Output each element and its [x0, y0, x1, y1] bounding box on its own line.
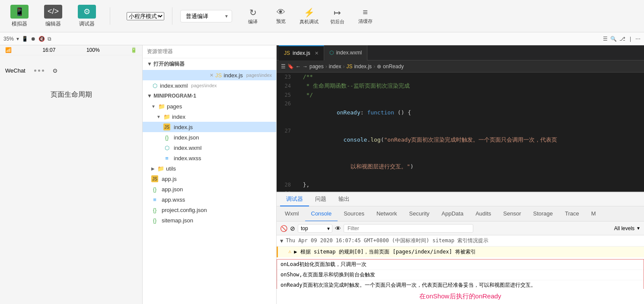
- remote-debug-button[interactable]: ⚡ 真机调试: [296, 4, 322, 28]
- warning-icon: ⚠: [288, 248, 291, 254]
- tab-indexwxml[interactable]: ⬡ index.wxml: [324, 45, 367, 60]
- backend-button[interactable]: ↦ 切后台: [324, 4, 350, 28]
- compile-select[interactable]: 普通编译 自定义编译: [180, 10, 232, 22]
- search-icon[interactable]: 🔍: [610, 36, 617, 42]
- code-line-25: 25 */: [277, 91, 644, 100]
- devtools-tab-console[interactable]: Console: [305, 206, 338, 222]
- devtools-tab-network-label: Network: [376, 210, 397, 217]
- devtools-tab-appdata[interactable]: AppData: [436, 206, 470, 222]
- log-group-text: Thu Apr 09 2020 16:07:45 GMT+0800 (中国标准时…: [286, 237, 488, 244]
- devtools-tab-wxml[interactable]: Wxml: [279, 206, 305, 222]
- devtools-tab-sources-label: Sources: [344, 210, 364, 217]
- console-tab-debugger[interactable]: 调试器: [280, 193, 309, 206]
- bottom-note: 在onShow后执行的onReady: [277, 289, 644, 304]
- folder-index[interactable]: ▼ 📁 index: [143, 111, 276, 122]
- file-indexwxss[interactable]: ≡ index.wxss: [143, 153, 276, 163]
- levels-wrapper: All levels ▼: [614, 225, 641, 231]
- breadcrumb-index: index: [329, 63, 341, 70]
- devtools-tab-security[interactable]: Security: [403, 206, 436, 222]
- file-indexjs[interactable]: JS index.js: [143, 122, 276, 132]
- devtools-tab-audits[interactable]: Audits: [469, 206, 497, 222]
- console-tab-output[interactable]: 输出: [332, 193, 356, 206]
- file-appwxss[interactable]: ≡ app.wxss: [143, 194, 276, 205]
- breadcrumb-back-icon[interactable]: ←: [296, 63, 301, 70]
- eye-icon[interactable]: 👁: [335, 225, 341, 232]
- top-select[interactable]: top: [298, 224, 332, 233]
- all-levels-label: All levels: [614, 225, 634, 231]
- folder-pages[interactable]: ▼ 📁 pages: [143, 101, 276, 111]
- console-clear-icon[interactable]: 🚫: [280, 225, 287, 232]
- breadcrumb-forward-icon[interactable]: →: [303, 63, 308, 70]
- refresh-button[interactable]: ↻ 编译: [240, 4, 266, 28]
- code-area[interactable]: 23 /** 24 * 生命周期函数--监听页面初次渲染完成 25 */ 26 …: [277, 73, 644, 192]
- open-file-path-2: pages\index: [191, 83, 217, 88]
- indexwxml-name: index.wxml: [174, 145, 201, 151]
- code-line-26: 26 onReady: function () {: [277, 99, 644, 126]
- close-icon[interactable]: ✕: [210, 73, 214, 78]
- all-levels-arrow[interactable]: ▼: [636, 226, 641, 231]
- js-icon: JS: [215, 72, 222, 79]
- open-file-indexwxml[interactable]: ⬡ index.wxml pages\index: [143, 80, 276, 91]
- file-indexjson[interactable]: {} index.json: [143, 132, 276, 142]
- preview-button[interactable]: 👁 预览: [268, 4, 294, 28]
- editor-button[interactable]: </> 编辑器: [38, 2, 68, 30]
- breadcrumb-menu-icon[interactable]: ☰: [281, 63, 286, 70]
- phone-header: WeChat ⊙: [0, 64, 142, 77]
- miniprogram-section[interactable]: ▼ MINIPROGRAM-1: [143, 91, 276, 101]
- devtools-tab-sources[interactable]: Sources: [338, 206, 370, 222]
- miniprogram-label: ▼ MINIPROGRAM-1: [147, 93, 196, 99]
- open-file-name-2: index.wxml: [160, 82, 188, 89]
- phone-dots: [34, 70, 44, 72]
- tab-close-btn[interactable]: ✕: [315, 51, 319, 56]
- devtools-tab-storage[interactable]: Storage: [527, 206, 559, 222]
- open-file-indexjs[interactable]: ✕ JS index.js pages\index: [143, 70, 276, 80]
- list-icon[interactable]: ☰: [603, 36, 608, 42]
- log-line-2: onShow,在页面显示和切换到前台会触发: [277, 270, 644, 280]
- log-line-3: onReady页面初次渲染完成时触发。一个页面只会调用一次，代表页面已经准备妥当…: [277, 280, 644, 289]
- tab-indexwxml-name: index.wxml: [336, 50, 362, 56]
- mode-select[interactable]: 小程序模式 插件模式: [127, 12, 164, 20]
- debugger-button[interactable]: ⚙ 调试器: [72, 2, 102, 30]
- phone-panel: 📶 16:07 100% 🔋 WeChat ⊙ 页面生命周期: [0, 45, 143, 304]
- log-group-header[interactable]: ▼ Thu Apr 09 2020 16:07:45 GMT+0800 (中国标…: [277, 235, 644, 247]
- file-appjson[interactable]: {} app.json: [143, 184, 276, 194]
- devtools-tab-trace[interactable]: Trace: [559, 206, 585, 222]
- sitemap-icon: {}: [151, 217, 158, 224]
- file-projectconfig[interactable]: {} project.config.json: [143, 205, 276, 215]
- backend-icon: ↦: [334, 7, 341, 18]
- devtools-tab-network[interactable]: Network: [370, 206, 403, 222]
- copy-icon[interactable]: ⧉: [48, 36, 51, 42]
- record-icon[interactable]: ⏺: [31, 36, 36, 42]
- open-editors-section[interactable]: ▼ 打开的编辑器: [143, 58, 276, 70]
- audio-icon[interactable]: 🔇: [38, 36, 45, 42]
- log-line-1: onLoad初始化页面加载，只调用一次: [277, 260, 644, 270]
- split-icon[interactable]: ⎇: [619, 36, 625, 42]
- devtools-tab-storage-label: Storage: [533, 210, 553, 217]
- simulator-icon: 📱: [10, 5, 29, 19]
- sitemap-name: sitemap.json: [162, 217, 193, 224]
- breadcrumb-file: index.js: [354, 63, 372, 70]
- file-sitemap[interactable]: {} sitemap.json: [143, 215, 276, 225]
- projectconfig-name: project.config.json: [162, 207, 207, 213]
- breadcrumb-bookmark-icon[interactable]: 🔖: [287, 63, 294, 70]
- utils-folder-icon: 📁: [157, 165, 164, 172]
- console-tab-issues[interactable]: 问题: [309, 193, 332, 206]
- simulator-button[interactable]: 📱 模拟器: [4, 2, 35, 30]
- code-line-27: 27 console.log("onReady页面初次渲染完成时触发。一个页面只…: [277, 127, 644, 153]
- pages-folder-icon: 📁: [158, 103, 165, 110]
- refresh-icon: ↻: [249, 7, 257, 18]
- clear-cache-button[interactable]: ≡ 清缓存: [352, 4, 378, 28]
- folder-utils[interactable]: ▶ 📁 utils: [143, 163, 276, 174]
- file-indexwxml[interactable]: ⬡ index.wxml: [143, 142, 276, 153]
- separator-2: [172, 7, 172, 25]
- tab-indexjs[interactable]: JS index.js ✕: [279, 45, 324, 60]
- filter-input[interactable]: [344, 224, 473, 233]
- phone-app-name: WeChat: [5, 67, 26, 74]
- devtools-tab-sensor[interactable]: Sensor: [497, 206, 527, 222]
- devtools-tab-m-label: M: [591, 210, 596, 217]
- file-appjs[interactable]: JS app.js: [143, 174, 276, 184]
- console-block-icon[interactable]: ⊘: [290, 225, 295, 232]
- phone-icon[interactable]: 📱: [22, 36, 28, 42]
- more-icon[interactable]: ⋯: [635, 36, 641, 42]
- devtools-tab-m[interactable]: M: [585, 206, 602, 222]
